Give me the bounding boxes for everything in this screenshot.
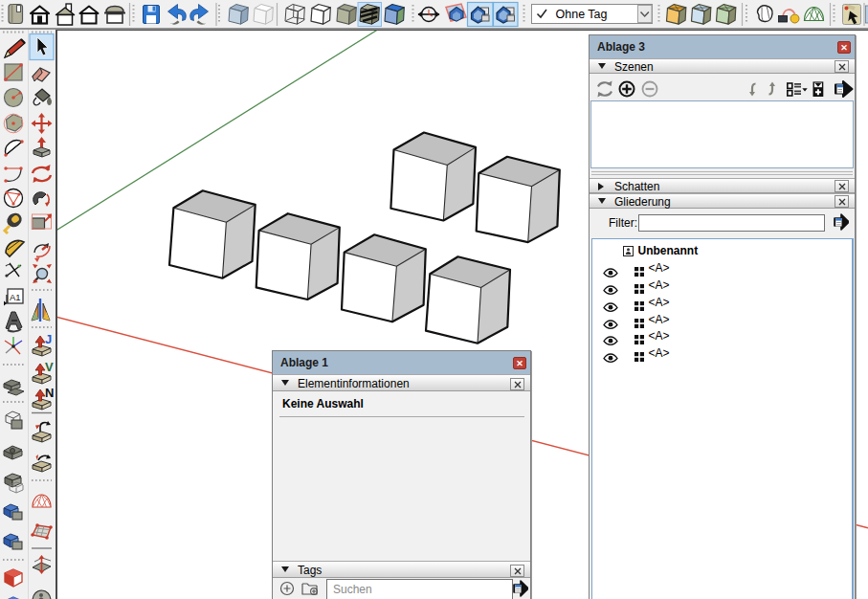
svg-text:Ohne Tag: Ohne Tag <box>556 8 608 21</box>
svg-text:V: V <box>45 360 54 374</box>
svg-text:J: J <box>45 332 52 346</box>
svg-text:A1: A1 <box>10 292 21 302</box>
svg-text:N: N <box>45 386 54 400</box>
